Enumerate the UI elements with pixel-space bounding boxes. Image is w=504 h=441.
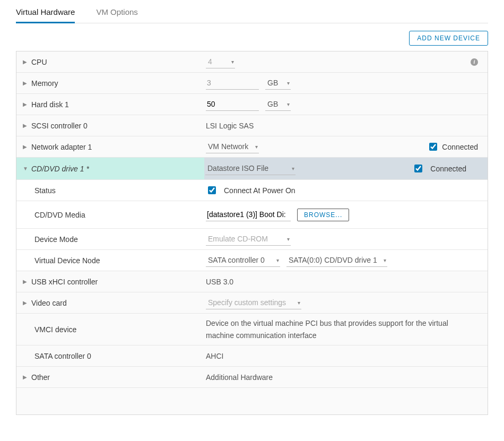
label-memory: Memory [31,79,58,88]
memory-unit: GB [267,79,278,87]
memory-input[interactable] [206,76,259,90]
chevron-down-icon: ▾ [255,144,258,150]
status-value: Connect At Power On [224,186,296,195]
chevron-right-icon[interactable]: ▶ [23,374,27,380]
chevron-right-icon[interactable]: ▶ [23,59,27,65]
label-sata0: SATA controller 0 [34,352,91,360]
chevron-right-icon[interactable]: ▶ [23,144,27,150]
label-other: Other [31,373,50,382]
cd1-type-value: Datastore ISO File [207,164,268,172]
row-vdn: Virtual Device Node SATA controller 0 ▾ … [16,250,488,271]
row-sata0: SATA controller 0 AHCI [16,345,488,367]
chevron-down-icon: ▾ [231,59,234,65]
usb-value: USB 3.0 [206,278,233,286]
row-scsi0: ▶ SCSI controller 0 LSI Logic SAS [16,115,488,136]
hdd1-unit: GB [267,100,278,108]
row-cpu: ▶ CPU 4 ▾ i [16,51,488,73]
memory-unit-select[interactable]: GB ▾ [265,76,291,90]
topbar: ADD NEW DEVICE [16,23,488,51]
chevron-down-icon: ▾ [276,257,279,263]
vdn-ctrl: SATA controller 0 [208,256,265,264]
vdn-node-select[interactable]: SATA(0:0) CD/DVD drive 1 ▾ [286,254,387,267]
cpu-value: 4 [208,57,212,66]
chevron-right-icon[interactable]: ▶ [23,101,27,107]
label-video: Video card [31,299,67,307]
label-devmode: Device Mode [34,235,78,244]
vmci-value: Device on the virtual machine PCI bus th… [206,317,478,341]
scsi0-value: LSI Logic SAS [206,122,254,130]
label-status: Status [34,186,56,195]
net1-connected-checkbox[interactable] [429,143,437,151]
row-media: CD/DVD Media BROWSE... [16,201,488,229]
devmode-value: Emulate CD-ROM [208,235,268,243]
chevron-down-icon[interactable]: ▼ [23,166,27,171]
row-vmci: VMCI device Device on the virtual machin… [16,314,488,345]
label-cd1: CD/DVD drive 1 * [31,165,89,173]
tabs: Virtual Hardware VM Options [16,0,488,23]
chevron-down-icon: ▾ [287,80,290,86]
video-select[interactable]: Specify custom settings ▾ [206,296,301,309]
row-cd1: ▼ CD/DVD drive 1 * Datastore ISO File ▾ … [16,158,488,180]
chevron-down-icon: ▾ [292,166,294,171]
row-other: ▶ Other Additional Hardware [16,367,488,388]
row-devmode: Device Mode Emulate CD-ROM ▾ [16,229,488,250]
cd1-connected-checkbox[interactable] [414,165,422,172]
chevron-down-icon: ▾ [384,257,386,263]
sata0-value: AHCI [206,352,223,360]
other-value: Additional Hardware [206,373,273,382]
label-media: CD/DVD Media [34,211,85,219]
row-net1: ▶ Network adapter 1 VM Network ▾ Connect… [16,136,488,158]
row-video: ▶ Video card Specify custom settings ▾ [16,292,488,314]
connect-at-poweron-checkbox[interactable] [208,186,216,194]
row-status: Status Connect At Power On [16,180,488,201]
net1-select[interactable]: VM Network ▾ [206,140,259,153]
hardware-panel: ▶ CPU 4 ▾ i ▶ Memory GB ▾ ▶ Hard disk 1 [16,51,488,415]
chevron-right-icon[interactable]: ▶ [23,279,27,284]
tab-virtual-hardware[interactable]: Virtual Hardware [16,7,75,23]
label-usb: USB xHCI controller [31,278,98,286]
chevron-right-icon[interactable]: ▶ [23,80,27,86]
info-icon[interactable]: i [471,58,478,66]
row-usb: ▶ USB xHCI controller USB 3.0 [16,271,488,292]
media-input[interactable] [206,208,291,221]
row-memory: ▶ Memory GB ▾ [16,73,488,94]
tab-vm-options[interactable]: VM Options [96,7,137,23]
chevron-down-icon: ▾ [287,101,290,107]
net1-value: VM Network [208,142,248,151]
row-footer [16,388,488,414]
browse-button[interactable]: BROWSE... [297,209,349,221]
label-cpu: CPU [31,58,47,66]
vdn-ctrl-select[interactable]: SATA controller 0 ▾ [206,254,280,267]
hdd1-input[interactable] [206,98,259,111]
cd1-type-select[interactable]: Datastore ISO File ▾ [205,162,296,175]
label-hdd1: Hard disk 1 [31,100,69,109]
video-value: Specify custom settings [208,298,286,307]
row-hdd1: ▶ Hard disk 1 GB ▾ [16,94,488,115]
net1-connected-label: Connected [442,143,478,151]
chevron-down-icon: ▾ [298,300,300,306]
hdd1-unit-select[interactable]: GB ▾ [265,98,291,111]
devmode-select[interactable]: Emulate CD-ROM ▾ [206,232,291,246]
add-new-device-button[interactable]: ADD NEW DEVICE [409,31,488,46]
label-scsi0: SCSI controller 0 [31,122,88,130]
chevron-down-icon: ▾ [287,236,290,242]
cd1-connected-label: Connected [430,165,478,173]
chevron-right-icon[interactable]: ▶ [23,123,27,128]
chevron-right-icon[interactable]: ▶ [23,300,27,306]
label-vmci: VMCI device [34,325,76,334]
label-vdn: Virtual Device Node [34,256,100,265]
vdn-node: SATA(0:0) CD/DVD drive 1 [289,256,377,264]
label-net1: Network adapter 1 [31,143,92,151]
cpu-select[interactable]: 4 ▾ [206,55,235,68]
